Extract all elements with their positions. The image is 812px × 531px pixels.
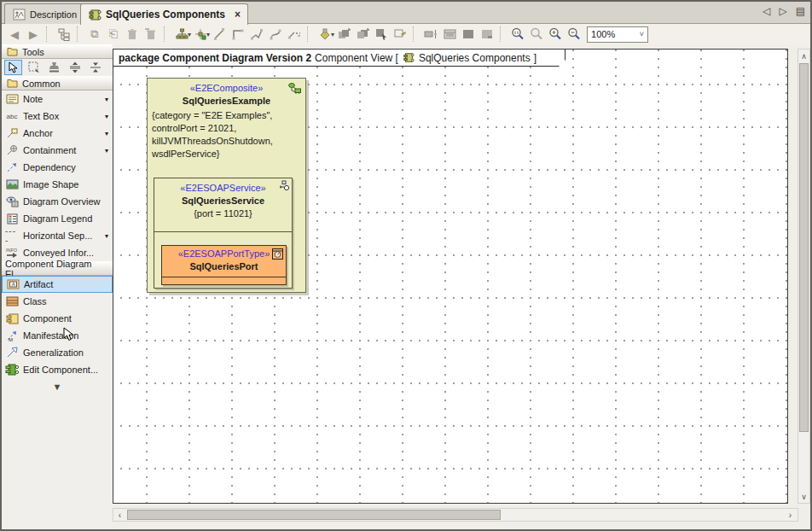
service-stereotype: «E2ESOAPService»: [154, 178, 292, 193]
component-diagram-icon: [88, 8, 102, 21]
palette-item-generalization[interactable]: Generalization: [2, 344, 113, 361]
palette-item-anchor[interactable]: Anchor ▾: [2, 125, 113, 142]
composite-element[interactable]: «E2EComposite» SqlQueriesExample {catego…: [147, 78, 306, 293]
palette-item-text-box[interactable]: abc Text Box ▾: [2, 108, 113, 125]
tab-description[interactable]: Description: [4, 3, 84, 24]
anchor-icon: [5, 126, 19, 140]
select-in-browser-icon[interactable]: [372, 26, 391, 43]
dropdown-arrow-icon[interactable]: ▾: [105, 147, 108, 155]
tab-list-icon[interactable]: ▤: [796, 5, 805, 17]
palette-item-artifact[interactable]: A Artifact: [2, 276, 113, 293]
palette-item-diagram-overview[interactable]: Diagram Overview: [2, 193, 113, 210]
palette-item-horizontal-separator[interactable]: ---- Horizontal Sep... ▾: [2, 227, 113, 244]
to-front-icon[interactable]: [334, 26, 353, 43]
palette-item-note[interactable]: Note ▾: [2, 90, 113, 108]
horizontal-separator-icon: ----: [5, 229, 19, 242]
reset-style-icon[interactable]: [391, 26, 409, 43]
stamp-tool[interactable]: [45, 60, 63, 75]
horizontal-scroll-thumb[interactable]: [127, 510, 501, 520]
toolbar-separator: [307, 26, 313, 42]
delete-icon[interactable]: [123, 26, 142, 43]
oblique-path-icon[interactable]: [210, 26, 229, 43]
close-tab-icon[interactable]: ×: [235, 9, 241, 20]
containment-icon: [5, 143, 19, 157]
back-icon[interactable]: ◀: [5, 26, 24, 43]
fill-color-icon[interactable]: [459, 26, 478, 43]
compartment-separator: [154, 231, 292, 232]
porttype-element[interactable]: «E2ESOAPPortType» SqlQueriesPort: [161, 245, 287, 285]
service-element[interactable]: «E2ESOAPService» SqlQueriesService {port…: [154, 178, 293, 289]
property-line: {category = "E2E Examples",: [152, 109, 301, 122]
svg-text:INFO: INFO: [6, 248, 18, 253]
forward-icon[interactable]: ▶: [24, 26, 43, 43]
palette-item-manifestation[interactable]: M Manifestation: [2, 327, 113, 344]
manifestation-icon: M: [5, 329, 19, 342]
tools-sidebar: Tools Common: [2, 44, 113, 529]
zoom-level-value: 100%: [591, 29, 615, 39]
scroll-down-icon[interactable]: ∨: [798, 490, 809, 503]
diagram-tab-bar: Description SqlQueries Components × ◁ ▷ …: [2, 2, 810, 24]
compartments-icon[interactable]: [440, 26, 459, 43]
marquee-select-tool[interactable]: [25, 60, 43, 75]
zoom-1-1-icon[interactable]: [508, 26, 527, 43]
diagram-legend-icon: [5, 212, 19, 225]
autosize-icon[interactable]: [421, 26, 440, 43]
vertical-scrollbar[interactable]: ∧ ∨: [798, 49, 810, 504]
porttype-stereotype: «E2ESOAPPortType»: [162, 246, 286, 259]
palette-item-edit-component[interactable]: Edit Component...: [2, 361, 113, 378]
tab-label: SqlQueries Components: [106, 9, 225, 20]
toolbar-separator: [500, 26, 506, 42]
diagram-overview-icon: [5, 195, 19, 208]
palette-item-dependency[interactable]: Dependency: [2, 159, 113, 176]
zoom-in-icon[interactable]: [546, 26, 565, 43]
palette-item-image-shape[interactable]: Image Shape: [2, 176, 113, 193]
vertical-scroll-thumb[interactable]: [799, 63, 809, 432]
palette-scroll-more-icon[interactable]: ▼: [2, 382, 113, 392]
section-title: Common: [22, 79, 61, 89]
palette-item-containment[interactable]: Containment ▾: [2, 142, 113, 159]
rectilinear-path-icon[interactable]: [229, 26, 247, 43]
custom-path-icon[interactable]: [285, 26, 304, 43]
scroll-left-icon[interactable]: ‹: [113, 511, 126, 520]
property-line: killJVMThreadsOnShutdown,: [152, 135, 301, 148]
tools-section-header[interactable]: Tools: [2, 44, 113, 59]
generalization-icon: [5, 346, 19, 359]
zoom-fit-icon[interactable]: [527, 26, 546, 43]
palette-item-component[interactable]: Component: [2, 310, 113, 327]
scroll-right-icon[interactable]: ›: [784, 511, 797, 520]
delete-from-view-icon[interactable]: [142, 26, 160, 43]
copy-icon[interactable]: ⧉: [85, 26, 104, 43]
mouse-cursor: [63, 327, 74, 341]
palette-item-conveyed-information[interactable]: INFO Conveyed Infor...: [2, 244, 113, 261]
dropdown-arrow-icon[interactable]: ▾: [105, 113, 108, 120]
diagram-canvas[interactable]: package Component Diagram Version 2 Comp…: [113, 49, 788, 504]
paste-icon[interactable]: ⎗: [104, 26, 123, 43]
scroll-up-icon[interactable]: ∧: [798, 50, 809, 62]
zoom-out-icon[interactable]: [565, 26, 583, 43]
containment-tree-icon[interactable]: [55, 26, 73, 43]
svg-text:M: M: [9, 337, 13, 342]
zoom-level-select[interactable]: 100% ˅: [587, 26, 648, 43]
dropdown-arrow-icon[interactable]: ▾: [105, 130, 108, 137]
horizontal-scrollbar[interactable]: ‹ ›: [113, 508, 798, 522]
vertical-spread-tool[interactable]: [66, 60, 84, 75]
component-elements-section-header[interactable]: Component Diagram El...: [2, 261, 113, 276]
palette-item-diagram-legend[interactable]: Diagram Legend: [2, 210, 113, 227]
dropdown-arrow-icon[interactable]: ▾: [105, 232, 108, 240]
dropdown-arrow-icon[interactable]: ▾: [105, 96, 108, 103]
to-back-icon[interactable]: [353, 26, 372, 43]
tab-scroll-right-icon[interactable]: ▷: [779, 5, 786, 17]
tab-scroll-left-icon[interactable]: ◁: [763, 5, 770, 17]
toolbar-separator: [164, 26, 170, 42]
vertical-collapse-tool[interactable]: [86, 60, 104, 75]
select-cursor-tool[interactable]: [4, 60, 22, 75]
bent-path-icon[interactable]: [247, 26, 266, 43]
common-section-header[interactable]: Common: [2, 76, 113, 90]
palette-item-class[interactable]: Class: [2, 293, 113, 310]
tab-sqlqueries-components[interactable]: SqlQueries Components ×: [80, 3, 248, 25]
component-icon: [5, 312, 19, 325]
curved-path-icon[interactable]: [266, 26, 285, 43]
folder-icon: [5, 45, 19, 59]
fill-color-2-icon[interactable]: [478, 26, 496, 43]
service-name: SqlQueriesService: [154, 195, 292, 206]
